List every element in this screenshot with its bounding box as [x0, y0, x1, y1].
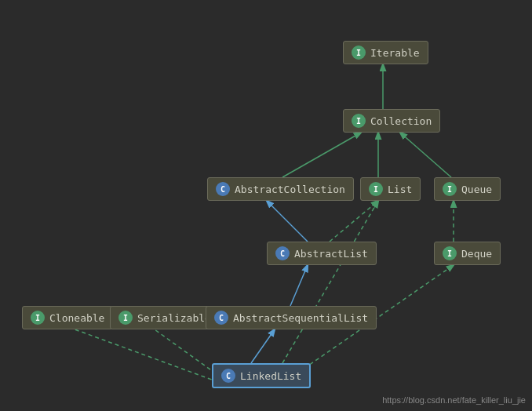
badge-linkedlist: C [221, 369, 235, 383]
node-abstractsequentiallist[interactable]: C AbstractSequentialList [206, 306, 377, 329]
watermark: https://blog.csdn.net/fate_killer_liu_ji… [382, 395, 526, 405]
badge-deque: I [443, 246, 457, 260]
svg-line-12 [282, 201, 378, 363]
svg-line-7 [290, 265, 308, 306]
label-cloneable: Cloneable [49, 312, 104, 324]
node-cloneable[interactable]: I Cloneable [22, 306, 113, 329]
label-list: List [388, 184, 412, 195]
label-abstractcollection: AbstractCollection [235, 184, 345, 195]
node-abstractcollection[interactable]: C AbstractCollection [207, 177, 354, 201]
arrows-svg [0, 0, 532, 411]
diagram-container: I Iterable I Collection C AbstractCollec… [0, 0, 532, 411]
badge-cloneable: I [31, 311, 45, 325]
badge-abstractsequentiallist: C [214, 311, 228, 325]
label-serializable: Serializable [137, 312, 211, 324]
badge-abstractlist: C [275, 246, 290, 260]
node-iterable[interactable]: I Iterable [343, 41, 428, 64]
node-abstractlist[interactable]: C AbstractList [267, 242, 377, 265]
svg-line-5 [330, 201, 378, 242]
node-list[interactable]: I List [360, 177, 421, 201]
label-deque: Deque [461, 248, 492, 260]
label-collection: Collection [370, 115, 432, 127]
badge-iterable: I [352, 45, 366, 60]
svg-line-8 [251, 329, 275, 363]
badge-abstractcollection: C [216, 182, 230, 196]
label-linkedlist: LinkedList [240, 370, 301, 382]
node-deque[interactable]: I Deque [434, 242, 501, 265]
label-abstractsequentiallist: AbstractSequentialList [233, 312, 368, 324]
label-abstractlist: AbstractList [294, 248, 368, 260]
badge-serializable: I [118, 311, 133, 325]
label-iterable: Iterable [370, 47, 420, 59]
svg-line-9 [53, 322, 218, 382]
node-linkedlist[interactable]: C LinkedList [212, 363, 311, 388]
badge-list: I [369, 182, 383, 196]
svg-line-4 [267, 201, 308, 242]
node-serializable[interactable]: I Serializable [110, 306, 220, 329]
svg-line-3 [400, 133, 451, 177]
node-queue[interactable]: I Queue [434, 177, 501, 201]
badge-collection: I [352, 114, 366, 128]
node-collection[interactable]: I Collection [343, 109, 440, 133]
label-queue: Queue [461, 184, 492, 195]
badge-queue: I [443, 182, 457, 196]
svg-line-1 [282, 133, 361, 177]
